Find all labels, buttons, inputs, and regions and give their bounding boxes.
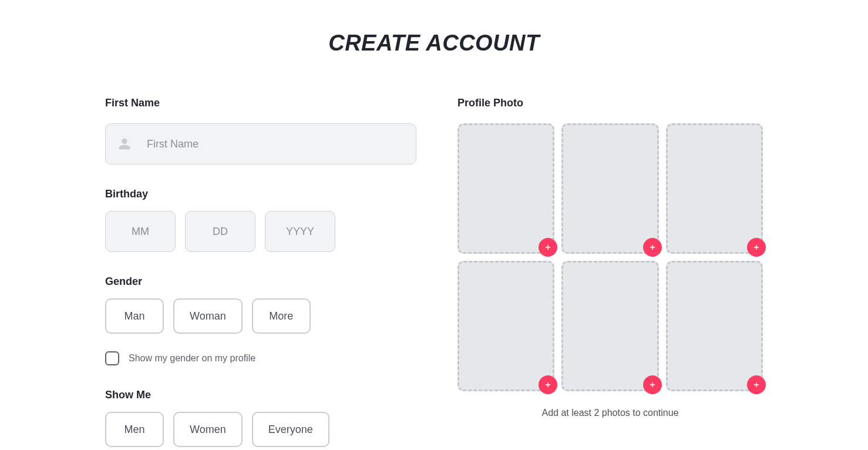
show-me-label: Show Me xyxy=(105,389,416,401)
page-title: CREATE ACCOUNT xyxy=(0,31,868,56)
photo-slot-6[interactable] xyxy=(666,261,763,391)
photo-slot-4[interactable] xyxy=(457,261,554,391)
birthday-day-input[interactable] xyxy=(185,211,255,252)
add-photo-button-6[interactable] xyxy=(747,375,766,394)
add-photo-button-4[interactable] xyxy=(539,375,557,394)
add-photo-button-1[interactable] xyxy=(539,238,557,257)
first-name-label: First Name xyxy=(105,97,416,109)
birthday-row xyxy=(105,211,416,252)
plus-icon xyxy=(752,243,761,251)
gender-label: Gender xyxy=(105,276,416,288)
gender-option-more[interactable]: More xyxy=(252,298,311,334)
first-name-field-wrap xyxy=(105,123,416,164)
right-column: Profile Photo xyxy=(457,97,763,447)
photo-grid xyxy=(457,123,763,391)
first-name-input[interactable] xyxy=(105,123,416,164)
show-gender-row: Show my gender on my profile xyxy=(105,351,416,365)
show-me-options: Men Women Everyone xyxy=(105,412,416,447)
birthday-month-input[interactable] xyxy=(105,211,176,252)
plus-icon xyxy=(752,381,761,389)
gender-option-woman[interactable]: Woman xyxy=(173,298,243,334)
photo-slot-5[interactable] xyxy=(561,261,658,391)
add-photo-button-3[interactable] xyxy=(747,238,766,257)
gender-options: Man Woman More xyxy=(105,298,416,334)
plus-icon xyxy=(648,381,657,389)
show-gender-checkbox[interactable] xyxy=(105,351,119,365)
plus-icon xyxy=(544,381,552,389)
show-me-option-men[interactable]: Men xyxy=(105,412,164,447)
show-gender-label: Show my gender on my profile xyxy=(129,353,255,364)
plus-icon xyxy=(544,243,552,251)
birthday-label: Birthday xyxy=(105,188,416,200)
show-me-option-women[interactable]: Women xyxy=(173,412,243,447)
birthday-year-input[interactable] xyxy=(265,211,335,252)
add-photo-button-5[interactable] xyxy=(643,375,662,394)
person-icon xyxy=(118,137,131,150)
gender-option-man[interactable]: Man xyxy=(105,298,164,334)
left-column: First Name Birthday Gender Man Woman Mor… xyxy=(105,97,416,447)
show-me-option-everyone[interactable]: Everyone xyxy=(252,412,329,447)
photo-hint: Add at least 2 photos to continue xyxy=(457,408,763,418)
form-content: First Name Birthday Gender Man Woman Mor… xyxy=(0,97,868,447)
add-photo-button-2[interactable] xyxy=(643,238,662,257)
profile-photo-label: Profile Photo xyxy=(457,97,763,109)
photo-slot-1[interactable] xyxy=(457,123,554,254)
photo-slot-2[interactable] xyxy=(561,123,658,254)
plus-icon xyxy=(648,243,657,251)
photo-slot-3[interactable] xyxy=(666,123,763,254)
